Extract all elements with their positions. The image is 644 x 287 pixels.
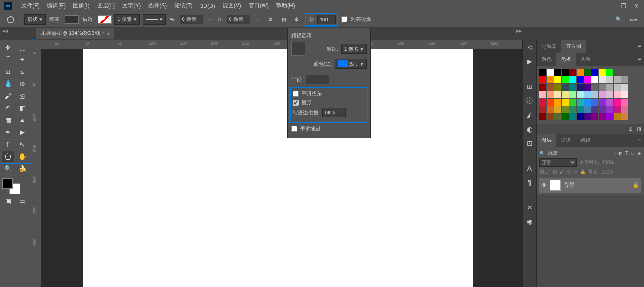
swatch-item[interactable] — [584, 106, 591, 113]
filter-pixel-icon[interactable]: ▫ — [614, 151, 616, 156]
marquee-tool[interactable]: ⬚ — [16, 42, 28, 53]
swatch-item[interactable] — [614, 91, 621, 98]
swatch-item[interactable] — [547, 91, 554, 98]
swatch-item[interactable] — [614, 99, 621, 106]
swatch-item[interactable] — [569, 76, 576, 83]
workspace-icon[interactable]: ▭▾ — [628, 14, 638, 25]
swatch-item[interactable] — [621, 106, 628, 113]
swatch-item[interactable] — [577, 69, 584, 76]
swatch-item[interactable] — [554, 99, 561, 106]
color-picker[interactable] — [2, 178, 20, 194]
text-tool[interactable]: T — [2, 139, 14, 150]
lock-nest-icon[interactable]: ▱ — [573, 169, 577, 174]
swatch-item[interactable] — [554, 84, 561, 91]
new-swatch-icon[interactable]: ⊞ — [628, 126, 633, 132]
eraser-tool[interactable]: ◧ — [16, 102, 28, 113]
swatch-item[interactable] — [577, 84, 584, 91]
sides-input[interactable] — [317, 15, 336, 24]
styles-icon[interactable]: ⊡ — [527, 140, 532, 147]
lock-trans-icon[interactable]: ⊞ — [553, 169, 557, 174]
swatch-item[interactable] — [621, 84, 628, 91]
eyedropper-tool[interactable]: 💧 — [2, 78, 14, 89]
tab-adjustments[interactable]: 调整 — [576, 53, 595, 66]
document-tab[interactable]: 未标题-1 @ 134%(RGB/8) * × — [36, 28, 114, 39]
swatch-item[interactable] — [584, 99, 591, 106]
foreground-color[interactable] — [2, 178, 13, 189]
swatch-item[interactable] — [547, 106, 554, 113]
swatch-item[interactable] — [599, 76, 606, 83]
swatch-item[interactable] — [599, 113, 606, 120]
swatch-item[interactable] — [614, 84, 621, 91]
swatch-item[interactable] — [577, 76, 584, 83]
panel-menu-icon[interactable]: ≡ — [635, 53, 644, 66]
crop-tool[interactable]: ⊡ — [2, 66, 14, 77]
visibility-icon[interactable]: 👁 — [541, 182, 547, 188]
swatch-item[interactable] — [562, 99, 569, 106]
filter-shape-icon[interactable]: ▱ — [631, 151, 635, 156]
direct-select-tool[interactable]: ↖ — [16, 139, 28, 150]
banana-icon[interactable]: 🍌 — [16, 163, 28, 174]
layer-row[interactable]: 👁 背景 🔒 — [539, 178, 641, 193]
tab-histogram[interactable]: 直方图 — [561, 40, 586, 53]
swatch-item[interactable] — [606, 113, 613, 120]
info-icon[interactable]: ⓘ — [526, 97, 533, 105]
tab-channels[interactable]: 通道 — [556, 134, 576, 147]
arrange-icon[interactable]: ⊞ — [279, 14, 289, 25]
menu-file[interactable]: 文件(F) — [18, 2, 43, 10]
swatch-item[interactable] — [554, 106, 561, 113]
panel-menu-icon[interactable]: ≡ — [635, 40, 644, 53]
history-icon[interactable]: ⟲ — [527, 44, 532, 51]
lock-all-icon[interactable]: 🔒 — [580, 169, 585, 174]
stamp-tool[interactable]: ⊴ — [16, 90, 28, 101]
minimize-button[interactable]: — — [607, 2, 614, 10]
swatch-item[interactable] — [577, 91, 584, 98]
swatch-item[interactable] — [577, 99, 584, 106]
character-icon[interactable]: A — [527, 165, 532, 172]
swatch-item[interactable] — [562, 91, 569, 98]
swatch-item[interactable] — [614, 76, 621, 83]
actions-icon[interactable]: ▶ — [527, 58, 532, 65]
close-button[interactable]: ✕ — [633, 2, 640, 10]
swatch-item[interactable] — [621, 99, 628, 106]
link-icon[interactable]: ⚭ — [206, 16, 214, 23]
swatch-item[interactable] — [591, 91, 598, 98]
collapse-right[interactable]: ▶▶ — [516, 28, 522, 33]
stroke-width-dropdown[interactable]: 1 像素▾ — [114, 14, 140, 25]
menu-edit[interactable]: 编辑(E) — [43, 2, 69, 10]
delete-swatch-icon[interactable]: 🗑 — [637, 126, 642, 132]
swatch-item[interactable] — [599, 99, 606, 106]
pen-tool[interactable]: ✒ — [2, 127, 14, 138]
swatch-item[interactable] — [539, 91, 546, 98]
swatch-item[interactable] — [539, 69, 546, 76]
swatch-item[interactable] — [547, 76, 554, 83]
move-tool[interactable]: ✥ — [2, 42, 14, 53]
swatch-item[interactable] — [584, 91, 591, 98]
tab-paths[interactable]: 路径 — [576, 134, 595, 147]
lock-paint-icon[interactable]: 🖌 — [559, 169, 564, 174]
slice-tool[interactable]: ⧅ — [16, 66, 28, 77]
gradient-tool[interactable]: ▦ — [2, 114, 14, 126]
swatch-item[interactable] — [569, 99, 576, 106]
swatch-item[interactable] — [591, 69, 598, 76]
hand-tool[interactable]: ✋ — [16, 151, 28, 162]
adjustments-icon[interactable]: ◐ — [527, 126, 532, 133]
swatch-item[interactable] — [539, 76, 546, 83]
menu-layer[interactable]: 图层(L) — [93, 2, 119, 10]
menu-type[interactable]: 文字(Y) — [118, 2, 145, 10]
swatch-item[interactable] — [569, 84, 576, 91]
swatch-item[interactable] — [562, 106, 569, 113]
canvas[interactable] — [83, 49, 473, 287]
filter-text-icon[interactable]: T — [625, 151, 628, 156]
search-icon[interactable]: 🔍 — [613, 14, 624, 25]
shape-mode-dropdown[interactable]: 形状▾ — [24, 14, 46, 25]
polygon-tool[interactable] — [2, 151, 14, 162]
libraries-icon[interactable]: ⊞ — [527, 83, 532, 90]
brushes-icon[interactable]: 🖌 — [526, 112, 533, 119]
swatch-item[interactable] — [569, 69, 576, 76]
swatch-item[interactable] — [621, 91, 628, 98]
swatch-item[interactable] — [599, 69, 606, 76]
swatch-item[interactable] — [569, 91, 576, 98]
path-color-dropdown[interactable]: 默...▾ — [335, 59, 367, 69]
swatch-item[interactable] — [547, 69, 554, 76]
swatch-item[interactable] — [562, 84, 569, 91]
